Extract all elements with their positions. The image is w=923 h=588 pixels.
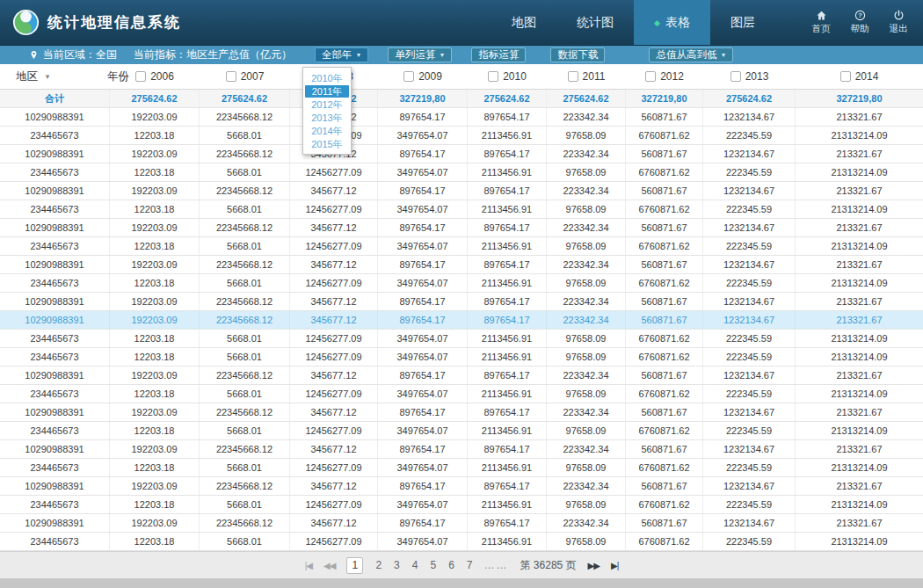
table-row[interactable]: 10290988391192203.0922345668.12345677.12… — [0, 219, 923, 237]
year-checkbox[interactable] — [488, 71, 498, 82]
table-cell: 560871.67 — [626, 145, 703, 163]
table-row[interactable]: 23446567312203.185668.0112456277.0934976… — [0, 533, 923, 551]
table-row[interactable]: 23446567312203.185668.0112456277.0934976… — [0, 237, 923, 256]
util-home[interactable]: 首页 — [805, 10, 837, 35]
table-cell: 223342.34 — [547, 367, 626, 384]
table-cell: 223342.34 — [547, 256, 626, 273]
total-cell: 275624.62 — [110, 90, 200, 107]
region-column-header[interactable]: 地区 ▼ — [0, 64, 110, 89]
table-cell: 223342.34 — [547, 311, 626, 329]
year-option[interactable]: 2011年 — [305, 85, 349, 98]
util-exit[interactable]: 退出 — [883, 10, 914, 35]
top-header: 统计地理信息系统 地图统计图◆表格图层 首页?帮助退出 — [0, 0, 923, 46]
table-cell: 5668.01 — [200, 237, 290, 255]
table-row[interactable]: 10290988391192203.0922345668.12345677.12… — [0, 514, 923, 533]
table-cell: 21313214.09 — [796, 274, 923, 292]
table-row[interactable]: 10290988391192203.0922345668.12345677.12… — [0, 256, 923, 274]
table-cell: 897654.17 — [378, 293, 468, 310]
year-option[interactable]: 2014年 — [305, 125, 349, 137]
year-checkbox[interactable] — [840, 71, 851, 82]
table-row[interactable]: 10290988391192203.0922345668.12345677.12… — [0, 367, 923, 385]
page-number[interactable]: 2 — [375, 559, 382, 571]
page-number[interactable]: 1 — [346, 557, 363, 574]
table-row[interactable]: 10290988391192203.0922345668.12345677.12… — [0, 182, 923, 200]
table-cell: 560871.67 — [626, 514, 703, 532]
util-help[interactable]: ?帮助 — [844, 10, 876, 35]
table-cell: 345677.12 — [290, 403, 378, 421]
nav-tab-chart[interactable]: 统计图 — [556, 0, 634, 45]
year-checkbox[interactable] — [135, 71, 146, 82]
page-number[interactable]: 5 — [430, 559, 436, 571]
next-page-icon[interactable]: ▶▶ — [588, 561, 600, 570]
toolbar-button-indicator-calc[interactable]: 指标运算 — [471, 47, 526, 62]
toolbar-button-sort-high-to-low[interactable]: 总值从高到低▼ — [649, 47, 733, 62]
year-checkbox[interactable] — [730, 71, 741, 82]
year-checkbox[interactable] — [403, 71, 414, 82]
table-cell: 97658.09 — [547, 127, 626, 144]
table-cell: 22345668.12 — [200, 403, 290, 421]
toolbar-button-data-download[interactable]: 数据下载 — [550, 47, 605, 62]
page-number[interactable]: 4 — [412, 559, 418, 571]
table-row[interactable]: 10290988391192203.0922345668.12345677.12… — [0, 311, 923, 330]
table-cell: 192203.09 — [110, 311, 200, 329]
table-cell: 234465673 — [0, 274, 110, 292]
year-checkbox[interactable] — [568, 71, 578, 82]
table-cell: 97658.09 — [547, 533, 626, 550]
table-row[interactable]: 10290988391192203.0922345668.12345677.12… — [0, 403, 923, 422]
page-number[interactable]: 3 — [394, 559, 400, 571]
table-cell: 1232134.67 — [703, 367, 796, 384]
nav-tab-table[interactable]: ◆表格 — [634, 0, 710, 45]
nav-tab-label: 图层 — [730, 15, 755, 31]
first-page-icon[interactable]: |◀ — [305, 561, 312, 570]
table-cell: 10290988391 — [0, 182, 110, 200]
table-row[interactable]: 23446567312203.185668.0112456277.0934976… — [0, 163, 923, 182]
table-row[interactable]: 23446567312203.185668.0112456277.0934976… — [0, 348, 923, 367]
table-row[interactable]: 23446567312203.185668.0112456277.0934976… — [0, 274, 923, 293]
table-cell: 6760871.62 — [626, 237, 703, 255]
prev-page-icon[interactable]: ◀◀ — [323, 561, 335, 570]
table-cell: 222345.59 — [703, 163, 796, 181]
toolbar-button-single-column-calc[interactable]: 单列运算▼ — [388, 47, 452, 62]
table-row[interactable]: 23446567312203.185668.0112456277.0934976… — [0, 200, 923, 219]
table-row[interactable]: 10290988391192203.0922345668.12345677.12… — [0, 440, 923, 459]
page-number[interactable]: 7 — [467, 559, 473, 571]
table-row[interactable]: 23446567312203.185668.0112456277.0934976… — [0, 496, 923, 514]
table-row[interactable]: 23446567312203.185668.0112456277.0934976… — [0, 127, 923, 145]
nav-tab-label: 统计图 — [577, 15, 614, 31]
table-row[interactable]: 23446567312203.185668.0112456277.0934976… — [0, 459, 923, 477]
nav-tab-layers[interactable]: 图层 — [710, 0, 775, 45]
year-option[interactable]: 2010年 — [305, 72, 349, 84]
last-page-icon[interactable]: ▶| — [611, 561, 618, 570]
table-cell: 560871.67 — [626, 311, 703, 329]
table-cell: 1232134.67 — [703, 440, 796, 458]
table-cell: 234465673 — [0, 237, 110, 255]
table-row[interactable]: 10290988391192203.0922345668.12345677.12… — [0, 477, 923, 496]
table-row[interactable]: 10290988391192203.0922345668.12345677.12… — [0, 145, 923, 163]
table-cell: 12203.18 — [110, 237, 200, 255]
year-checkbox[interactable] — [645, 71, 656, 82]
year-option[interactable]: 2015年 — [305, 138, 349, 150]
table-cell: 21313214.09 — [796, 422, 923, 439]
table-cell: 213321.67 — [796, 440, 923, 458]
table-cell: 12456277.09 — [290, 533, 378, 550]
table-cell: 10290988391 — [0, 293, 110, 310]
year-checkbox[interactable] — [226, 71, 236, 82]
year-filter-button[interactable]: 全部年 ▼ — [315, 47, 368, 62]
nav-tab-label: 地图 — [512, 15, 536, 31]
total-cell: 275624.62 — [468, 90, 547, 107]
table-row[interactable]: 23446567312203.185668.0112456277.0934976… — [0, 422, 923, 440]
year-option[interactable]: 2012年 — [305, 98, 349, 111]
table-cell: 345677.12 — [290, 311, 378, 329]
table-row[interactable]: 10290988391192203.0922345668.12345677.12… — [0, 293, 923, 311]
table-row[interactable]: 23446567312203.185668.0112456277.0934976… — [0, 385, 923, 403]
table-cell: 222345.59 — [703, 422, 796, 439]
nav-tab-map[interactable]: 地图 — [491, 0, 556, 45]
table-cell: 560871.67 — [626, 440, 703, 458]
table-row[interactable]: 10290988391192203.0922345668.12345677.12… — [0, 108, 923, 127]
table-row[interactable]: 23446567312203.185668.0112456277.0934976… — [0, 330, 923, 348]
table-cell: 2113456.91 — [468, 496, 547, 513]
year-option[interactable]: 2013年 — [305, 112, 349, 124]
table-cell: 234465673 — [0, 330, 110, 347]
page-number[interactable]: 6 — [448, 559, 454, 571]
table-cell: 234465673 — [0, 163, 110, 181]
